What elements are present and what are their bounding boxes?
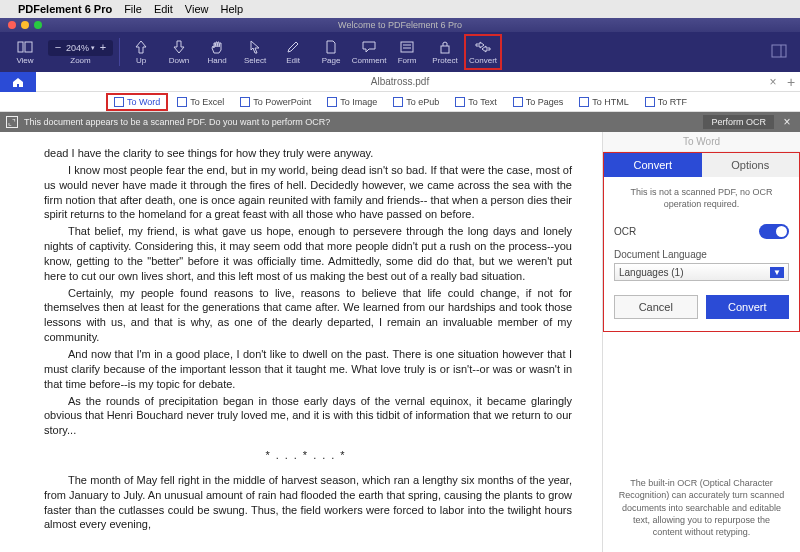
protect-label: Protect — [432, 56, 457, 65]
home-tab[interactable] — [0, 72, 36, 92]
up-button[interactable]: Up — [122, 34, 160, 70]
side-tab-options[interactable]: Options — [702, 153, 800, 177]
doc-text: And now that I'm in a good place, I don'… — [44, 347, 572, 392]
scan-icon: ⌞⌝ — [6, 116, 18, 128]
new-tab-button[interactable]: + — [782, 74, 800, 90]
doc-text: As the rounds of precipitation began in … — [44, 394, 572, 439]
hand-button[interactable]: Hand — [198, 34, 236, 70]
pages-icon — [513, 97, 523, 107]
hand-icon — [209, 39, 225, 55]
window-close-button[interactable] — [8, 21, 16, 29]
text-icon — [455, 97, 465, 107]
doc-text: The month of May fell right in the middl… — [44, 473, 572, 532]
to-text-button[interactable]: To Text — [448, 94, 503, 110]
to-ppt-label: To PowerPoint — [253, 97, 311, 107]
zoom-in-button[interactable]: + — [97, 42, 109, 53]
doc-text: That belief, my friend, is what gave us … — [44, 224, 572, 283]
view-button[interactable]: View — [6, 34, 44, 70]
epub-icon — [393, 97, 403, 107]
document-view[interactable]: dead I have the clarity to see things fo… — [0, 132, 602, 552]
close-banner-button[interactable]: × — [780, 115, 794, 129]
zoom-dropdown-icon[interactable]: ▾ — [91, 44, 95, 52]
app-menu[interactable]: PDFelement 6 Pro — [18, 3, 112, 15]
svg-rect-6 — [772, 45, 786, 57]
svg-rect-1 — [25, 42, 32, 52]
to-text-label: To Text — [468, 97, 496, 107]
image-icon — [327, 97, 337, 107]
page-button[interactable]: Page — [312, 34, 350, 70]
zoom-value: 204% — [66, 43, 89, 53]
cursor-icon — [247, 39, 263, 55]
to-excel-button[interactable]: To Excel — [170, 94, 231, 110]
panel-toggle-button[interactable] — [762, 34, 796, 68]
convert-label: Convert — [469, 56, 497, 65]
lock-icon — [437, 39, 453, 55]
to-word-button[interactable]: To Word — [106, 93, 168, 111]
arrow-up-icon — [133, 39, 149, 55]
document-title: Albatross.pdf — [36, 76, 764, 87]
svg-rect-2 — [401, 42, 413, 52]
page-icon — [323, 39, 339, 55]
window-zoom-button[interactable] — [34, 21, 42, 29]
ocr-note: This is not a scanned PDF, no OCR operat… — [614, 187, 789, 210]
convert-button[interactable]: Convert — [464, 34, 502, 70]
to-html-button[interactable]: To HTML — [572, 94, 636, 110]
language-value: Languages (1) — [619, 267, 684, 278]
edit-button[interactable]: Edit — [274, 34, 312, 70]
ocr-description: The built-in OCR (Optical Character Reco… — [603, 467, 800, 552]
section-break: *...*...* — [44, 448, 572, 463]
form-button[interactable]: Form — [388, 34, 426, 70]
zoom-control[interactable]: − 204% ▾ + Zoom — [48, 34, 113, 70]
form-label: Form — [398, 56, 417, 65]
comment-button[interactable]: Comment — [350, 34, 388, 70]
ppt-icon — [240, 97, 250, 107]
hand-label: Hand — [207, 56, 226, 65]
to-image-button[interactable]: To Image — [320, 94, 384, 110]
perform-ocr-button[interactable]: Perform OCR — [703, 115, 774, 129]
to-epub-button[interactable]: To ePub — [386, 94, 446, 110]
excel-icon — [177, 97, 187, 107]
arrow-down-icon — [171, 39, 187, 55]
doc-text: I know most people fear the end, but in … — [44, 163, 572, 222]
close-tab-button[interactable]: × — [764, 75, 782, 89]
ocr-toggle-label: OCR — [614, 226, 636, 237]
menu-file[interactable]: File — [124, 3, 142, 15]
word-icon — [114, 97, 124, 107]
window-titlebar: Welcome to PDFelement 6 Pro — [0, 18, 800, 32]
window-minimize-button[interactable] — [21, 21, 29, 29]
down-button[interactable]: Down — [160, 34, 198, 70]
page-label: Page — [322, 56, 341, 65]
select-label: Select — [244, 56, 266, 65]
protect-button[interactable]: Protect — [426, 34, 464, 70]
form-icon — [399, 39, 415, 55]
ocr-message: This document appears to be a scanned PD… — [24, 117, 330, 127]
menu-help[interactable]: Help — [221, 3, 244, 15]
convert-action-button[interactable]: Convert — [706, 295, 790, 319]
select-button[interactable]: Select — [236, 34, 274, 70]
side-tab-convert[interactable]: Convert — [604, 153, 702, 177]
home-icon — [11, 76, 25, 88]
cancel-button[interactable]: Cancel — [614, 295, 698, 319]
to-rtf-button[interactable]: To RTF — [638, 94, 694, 110]
svg-rect-5 — [441, 46, 449, 53]
language-select[interactable]: Languages (1) ▼ — [614, 263, 789, 281]
to-rtf-label: To RTF — [658, 97, 687, 107]
edit-label: Edit — [286, 56, 300, 65]
document-tab-bar: Albatross.pdf × + — [0, 72, 800, 92]
view-label: View — [16, 56, 33, 65]
ocr-banner: ⌞⌝ This document appears to be a scanned… — [0, 112, 800, 132]
convert-side-panel: To Word Convert Options This is not a sc… — [602, 132, 800, 552]
to-powerpoint-button[interactable]: To PowerPoint — [233, 94, 318, 110]
zoom-label: Zoom — [70, 56, 90, 65]
ocr-toggle[interactable] — [759, 224, 789, 239]
to-html-label: To HTML — [592, 97, 629, 107]
down-label: Down — [169, 56, 189, 65]
menu-edit[interactable]: Edit — [154, 3, 173, 15]
to-pages-button[interactable]: To Pages — [506, 94, 571, 110]
view-icon — [17, 39, 33, 55]
zoom-out-button[interactable]: − — [52, 42, 64, 53]
menu-view[interactable]: View — [185, 3, 209, 15]
up-label: Up — [136, 56, 146, 65]
rtf-icon — [645, 97, 655, 107]
convert-icon — [475, 39, 491, 55]
